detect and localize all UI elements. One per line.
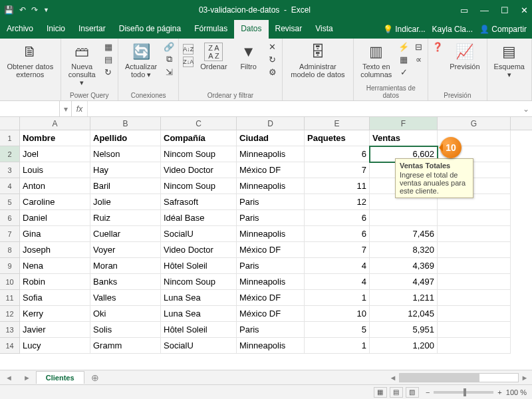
cell[interactable]: 8,320 (370, 242, 438, 258)
col-header-E[interactable]: E (305, 117, 370, 130)
cell[interactable]: Sofia (20, 290, 90, 306)
consolidate-button[interactable]: ⊟ (413, 41, 424, 52)
relationships-button[interactable]: ∝ (413, 54, 424, 65)
close-icon[interactable]: ✕ (521, 5, 528, 15)
cell[interactable]: Nincom Soup (161, 146, 237, 162)
undo-icon[interactable]: ↶ (19, 5, 26, 15)
from-table-button[interactable]: ▤ (103, 54, 114, 65)
cell[interactable]: 7,456 (370, 226, 438, 242)
row-header-12[interactable]: 12 (0, 306, 20, 322)
cell[interactable]: Jolie (90, 194, 161, 210)
cell[interactable]: 7 (305, 162, 370, 178)
header-cell[interactable]: Apellido (90, 130, 161, 146)
zoom-in-icon[interactable]: + (497, 388, 501, 396)
cell[interactable]: 4 (305, 274, 370, 290)
row-header-1[interactable]: 1 (0, 130, 20, 146)
cell[interactable]: Joseph (20, 242, 90, 258)
cell[interactable]: 1 (305, 290, 370, 306)
cell[interactable]: Minneapolis (237, 178, 305, 194)
view-pagebreak-icon[interactable]: ▧ (406, 387, 419, 398)
flash-fill-button[interactable]: ⚡ (398, 41, 409, 52)
cell[interactable]: 6 (305, 210, 370, 226)
refresh-all-button[interactable]: 🔄 Actualizar todo ▾ (122, 41, 160, 80)
cell[interactable]: México DF (237, 242, 305, 258)
row-header-7[interactable]: 7 (0, 226, 20, 242)
data-model-button[interactable]: 🗄 Administrar modelo de datos (287, 41, 350, 80)
cell[interactable] (438, 322, 511, 338)
cell[interactable]: 5 (305, 322, 370, 338)
zoom-level[interactable]: 100 % (506, 388, 527, 396)
reapply-button[interactable]: ↻ (267, 54, 278, 65)
cell[interactable] (438, 338, 511, 354)
col-header-D[interactable]: D (237, 117, 305, 130)
cell[interactable]: Safrasoft (161, 194, 237, 210)
col-header-C[interactable]: C (161, 117, 237, 130)
cell[interactable]: Paris (237, 210, 305, 226)
hscrollbar[interactable] (399, 373, 519, 382)
cell[interactable]: Cuellar (90, 226, 161, 242)
cell[interactable]: 5,951 (370, 322, 438, 338)
col-header-G[interactable]: G (438, 117, 511, 130)
cell[interactable]: México DF (237, 162, 305, 178)
spreadsheet-grid[interactable]: A B C D E F G 1NombreApellidoCompañíaCiu… (0, 117, 532, 370)
row-header-14[interactable]: 14 (0, 338, 20, 354)
user-name[interactable]: Kayla Cla... (432, 25, 473, 34)
select-all-corner[interactable] (0, 117, 20, 130)
cell[interactable]: Paris (237, 322, 305, 338)
tab-archivo[interactable]: Archivo (0, 20, 40, 39)
header-cell[interactable]: Ciudad (237, 130, 305, 146)
hscroll-left-icon[interactable]: ◄ (388, 374, 398, 382)
cell[interactable]: Nena (20, 258, 90, 274)
sheet-nav-prev-icon[interactable]: ◄ (0, 374, 18, 382)
qat-dropdown-icon[interactable]: ▼ (43, 7, 49, 13)
cell[interactable] (438, 306, 511, 322)
cell[interactable]: Minneapolis (237, 338, 305, 354)
cell[interactable]: Banks (90, 274, 161, 290)
row-header-13[interactable]: 13 (0, 322, 20, 338)
cell[interactable] (438, 290, 511, 306)
outline-button[interactable]: ▤ Esquema ▾ (491, 41, 527, 80)
cell[interactable]: 1,211 (370, 290, 438, 306)
cell[interactable] (438, 210, 511, 226)
row-header-8[interactable]: 8 (0, 242, 20, 258)
cell[interactable]: 7 (305, 242, 370, 258)
cell[interactable]: Robin (20, 274, 90, 290)
cell[interactable]: Gramm (90, 338, 161, 354)
cell[interactable]: Minneapolis (237, 146, 305, 162)
cell[interactable]: 10 (305, 306, 370, 322)
col-header-A[interactable]: A (20, 117, 90, 130)
cell[interactable]: 6 (305, 226, 370, 242)
cell[interactable]: Video Doctor (161, 162, 237, 178)
header-cell[interactable]: Paquetes (305, 130, 370, 146)
hscroll-right-icon[interactable]: ► (520, 374, 529, 382)
minimize-icon[interactable]: — (480, 5, 489, 15)
cell[interactable]: Kerry (20, 306, 90, 322)
sort-asc-button[interactable]: A↓Z (183, 44, 194, 55)
cell[interactable]: 4,369 (370, 258, 438, 274)
properties-button[interactable]: ⧉ (164, 54, 174, 65)
header-cell[interactable]: Nombre (20, 130, 90, 146)
zoom-out-icon[interactable]: − (426, 388, 430, 396)
save-icon[interactable]: 💾 (4, 5, 14, 15)
cell[interactable]: México DF (237, 306, 305, 322)
cell[interactable]: Video Doctor (161, 242, 237, 258)
what-if-button[interactable]: ❓ (432, 41, 443, 52)
cell[interactable]: SocialU (161, 338, 237, 354)
tab-insertar[interactable]: Insertar (72, 20, 112, 39)
cell[interactable]: Solis (90, 322, 161, 338)
cell[interactable]: Anton (20, 178, 90, 194)
advanced-filter-button[interactable]: ⚙ (267, 66, 278, 77)
text-to-columns-button[interactable]: ▥ Texto en columnas (358, 41, 394, 80)
tab-diseno[interactable]: Diseño de página (112, 20, 188, 39)
forecast-button[interactable]: 📈 Previsión (447, 41, 482, 72)
cell[interactable]: Idéal Base (161, 210, 237, 226)
view-layout-icon[interactable]: ▤ (390, 387, 403, 398)
cell[interactable]: SocialU (161, 226, 237, 242)
col-header-F[interactable]: F (370, 117, 438, 130)
cell[interactable]: Paris (237, 258, 305, 274)
connections-button[interactable]: 🔗 (164, 41, 174, 52)
cell[interactable]: Ruiz (90, 210, 161, 226)
cell[interactable]: Nincom Soup (161, 274, 237, 290)
name-box-dropdown-icon[interactable]: ▾ (60, 101, 72, 116)
cell[interactable]: 12,045 (370, 306, 438, 322)
